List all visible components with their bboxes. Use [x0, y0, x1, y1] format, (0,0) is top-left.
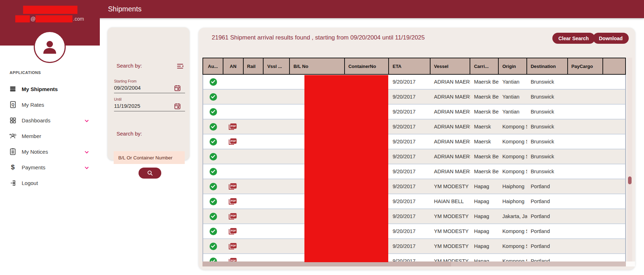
column-header-containerno[interactable]: ContainerNo — [345, 58, 389, 74]
column-header-au[interactable]: Au... — [203, 58, 223, 74]
table-row[interactable]: PDF9/20/2017YM MODESTYHapagHaiphongPortl… — [203, 179, 625, 194]
authorized-check-icon — [210, 168, 217, 175]
table-row[interactable]: PDF9/20/2017YM MODESTYHapagKompong SPort… — [203, 254, 625, 261]
cell-vssl — [264, 164, 290, 179]
pdf-document-icon[interactable]: PDF — [230, 123, 237, 130]
sidebar-item-my-shipments[interactable]: My Shipments — [0, 81, 100, 97]
column-header-paycargo[interactable]: PayCargo — [568, 58, 604, 74]
sidebar-item-my-notices[interactable]: My Notices — [0, 144, 100, 159]
pdf-document-icon[interactable]: PDF — [230, 138, 237, 145]
cell-carrier: Maersk Bea — [470, 164, 499, 179]
cell-arrival-notice: PDF — [223, 194, 244, 208]
sidebar-item-my-rates[interactable]: Q My Rates — [0, 97, 100, 112]
sidebar-item-label: My Rates — [22, 102, 44, 108]
cell-authorized — [203, 209, 223, 223]
authorized-check-icon — [210, 258, 217, 262]
cell-eta: 9/20/2017 — [389, 224, 431, 238]
horizontal-scrollbar[interactable] — [202, 261, 626, 266]
vertical-scrollbar-thumb[interactable] — [628, 176, 632, 184]
cell-destination: Portland — [527, 209, 568, 223]
cell-filler — [603, 134, 625, 149]
sidebar-item-member[interactable]: Member — [0, 128, 100, 144]
user-avatar[interactable] — [34, 31, 66, 63]
column-header-rail[interactable]: Rail — [244, 58, 264, 74]
pdf-document-icon[interactable]: PDF — [230, 213, 237, 220]
cell-vessel: ADRIAN MAERS — [431, 134, 471, 149]
cell-authorized — [203, 164, 223, 179]
table-row[interactable]: 9/20/2017ADRIAN MAERSMaersk BeaYantianBr… — [203, 105, 625, 120]
sidebar-item-payments[interactable]: $ Payments — [0, 159, 100, 175]
cell-destination: Portland — [527, 224, 568, 238]
column-header-origin[interactable]: Origin — [499, 58, 527, 74]
chevron-down-icon[interactable] — [85, 150, 89, 154]
table-row[interactable]: PDF9/20/2017YM MODESTYHapagKompong SPort… — [203, 224, 625, 239]
rates-document-icon: Q — [9, 101, 17, 109]
cell-vessel: ADRIAN MAERS — [431, 105, 471, 119]
column-header-destination[interactable]: Destination — [527, 58, 568, 74]
sidebar-item-logout[interactable]: Logout — [0, 175, 100, 191]
table-row[interactable]: PDF9/20/2017ADRIAN MAERSMaerskKompong SB… — [203, 134, 625, 149]
cell-rail — [244, 105, 264, 119]
cell-authorized — [203, 149, 223, 164]
cell-authorized — [203, 75, 223, 89]
logout-icon — [9, 179, 17, 187]
cell-destination: Brunswick — [527, 134, 568, 149]
cell-filler — [603, 75, 625, 89]
pdf-document-icon[interactable]: PDF — [230, 243, 237, 249]
cell-destination: Portland — [527, 194, 568, 208]
table-row[interactable]: PDF9/20/2017ADRIAN MAERSMaerskKompong SB… — [203, 120, 625, 134]
cell-authorized — [203, 239, 223, 253]
cell-carrier: Maersk — [470, 120, 499, 134]
calendar-icon[interactable] — [174, 85, 181, 91]
cell-eta: 9/20/2017 — [389, 134, 431, 149]
pdf-document-icon[interactable]: PDF — [230, 258, 237, 261]
cell-authorized — [203, 120, 223, 134]
column-header-b-l-no[interactable]: B/L No — [290, 58, 345, 74]
column-header-carri[interactable]: Carri... — [470, 58, 499, 74]
redacted-email-domain — [36, 15, 72, 22]
column-header-eta[interactable]: ETA — [389, 58, 431, 74]
cell-vssl — [264, 90, 290, 104]
search-button[interactable] — [139, 168, 161, 179]
table-row[interactable]: 9/20/2017ADRIAN MAERSMaersk BeaKompong S… — [203, 164, 625, 179]
chevron-down-icon[interactable] — [85, 165, 89, 169]
table-row[interactable]: PDF9/20/2017YM MODESTYHapagJakarta, Java… — [203, 209, 625, 224]
table-row[interactable]: 9/20/2017ADRIAN MAERSMaersk BeaYantianBr… — [203, 90, 625, 105]
nav-section-label: APPLICATIONS — [0, 70, 100, 75]
table-row[interactable]: 9/20/2017ADRIAN MAERSMaersk BeaYantianBr… — [203, 75, 625, 90]
column-header-vessel[interactable]: Vessel — [431, 58, 471, 74]
authorized-check-icon — [210, 78, 217, 86]
cell-vessel: YM MODESTY — [431, 224, 471, 238]
cell-paycargo — [568, 194, 604, 208]
cell-rail — [244, 134, 264, 149]
pdf-document-icon[interactable]: PDF — [230, 228, 237, 234]
cell-destination: Brunswick — [527, 120, 568, 134]
cell-origin: Yantian — [499, 75, 527, 89]
download-button[interactable]: Download — [593, 33, 629, 44]
column-header-an[interactable]: AN — [223, 58, 244, 74]
table-row[interactable]: PDF9/20/2017YM MODESTYHapagKompong SPort… — [203, 239, 625, 254]
cell-carrier: Hapag — [470, 179, 499, 194]
table-row[interactable]: PDF9/20/2017HAIAN BELLHapagHaiphongPortl… — [203, 194, 625, 209]
pdf-document-icon[interactable]: PDF — [230, 198, 237, 205]
cell-rail — [244, 179, 264, 194]
column-header-vssl[interactable]: Vssl ... — [264, 58, 290, 74]
collapse-panel-icon[interactable] — [177, 63, 184, 69]
pdf-document-icon[interactable]: PDF — [230, 183, 237, 190]
calendar-icon[interactable] — [174, 103, 181, 110]
cell-eta: 9/20/2017 — [389, 254, 431, 261]
clear-search-button[interactable]: Clear Search — [552, 33, 595, 44]
vertical-scrollbar[interactable] — [627, 58, 632, 261]
cell-paycargo — [568, 149, 604, 164]
horizontal-scrollbar-thumb[interactable] — [202, 261, 451, 266]
cell-carrier: Maersk Bea — [470, 105, 499, 119]
chevron-down-icon[interactable] — [85, 118, 89, 122]
cell-destination: Brunswick — [527, 164, 568, 179]
cell-authorized — [203, 224, 223, 238]
table-row[interactable]: 9/20/2017ADRIAN MAERSMaersk BeaKompong S… — [203, 149, 625, 164]
sidebar-item-dashboards[interactable]: Dashboards — [0, 112, 100, 128]
cell-rail — [244, 239, 264, 253]
bl-container-number-input[interactable] — [114, 151, 185, 164]
cell-filler — [603, 105, 625, 119]
search-by-secondary-title: Search by: — [117, 131, 142, 137]
